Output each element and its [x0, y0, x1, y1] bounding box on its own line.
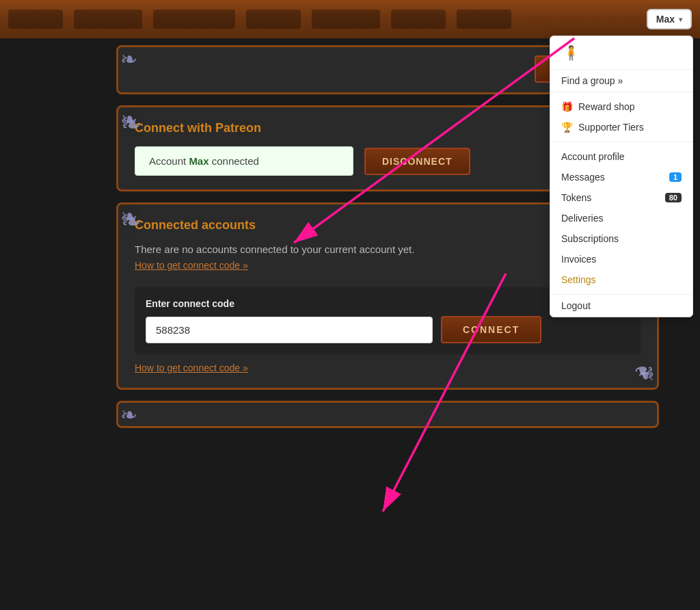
supporter-tiers-left: 🏆 Supporter Tiers	[561, 122, 644, 133]
trophy-icon: 🏆	[561, 122, 573, 133]
account-suffix: connected	[209, 155, 259, 167]
how-to-link-top[interactable]: How to get connect code »	[135, 260, 248, 271]
reward-shop-left: 🎁 Reward shop	[561, 101, 635, 112]
avatar-icon: 🧍	[561, 43, 580, 62]
nav-links	[8, 10, 647, 29]
nav-item-3[interactable]	[153, 10, 235, 29]
account-connected-box: Account Max connected	[135, 146, 353, 176]
nav-item-7[interactable]	[457, 10, 511, 29]
dropdown-subscriptions[interactable]: Subscriptions	[550, 228, 692, 249]
dropdown-messages[interactable]: Messages 1	[550, 167, 692, 187]
user-dropdown-menu: 🧍 Find a group » 🎁 Reward shop 🏆 Support…	[550, 36, 693, 317]
dropdown-account-profile[interactable]: Account profile	[550, 146, 692, 167]
dropdown-tokens[interactable]: Tokens 80	[550, 187, 692, 208]
connect-button[interactable]: CONNECT	[441, 316, 541, 343]
dropdown-invoices[interactable]: Invoices	[550, 249, 692, 269]
dropdown-header: 🧍	[550, 36, 692, 70]
patreon-disconnect-button[interactable]: DISCONNECT	[364, 148, 470, 175]
nav-item-6[interactable]	[391, 10, 446, 29]
account-name: Max	[189, 155, 208, 167]
dropdown-supporter-tiers[interactable]: 🏆 Supporter Tiers	[550, 117, 692, 137]
bottom-partial-panel: ❧	[116, 401, 659, 428]
navbar: Max ▾	[0, 0, 700, 38]
nav-item-5[interactable]	[312, 10, 380, 29]
dropdown-deliveries[interactable]: Deliveries	[550, 208, 692, 228]
patreon-corner-tl: ❧	[120, 109, 137, 130]
nav-item-2[interactable]	[74, 10, 142, 29]
chevron-down-icon: ▾	[679, 16, 682, 23]
user-name-label: Max	[656, 14, 675, 25]
dropdown-find-group[interactable]: Find a group »	[550, 70, 692, 92]
account-prefix: Account	[149, 155, 189, 167]
connected-corner-br: ❧	[638, 365, 655, 386]
dropdown-reward-shop[interactable]: 🎁 Reward shop	[550, 96, 692, 117]
tokens-badge: 80	[665, 193, 682, 202]
user-menu-button[interactable]: Max ▾	[647, 9, 692, 29]
nav-item-4[interactable]	[246, 10, 301, 29]
dropdown-logout[interactable]: Logout	[550, 295, 692, 317]
connect-code-row: CONNECT	[146, 316, 630, 343]
dropdown-section-account: Account profile Messages 1 Tokens 80 Del…	[550, 142, 692, 295]
nav-item-1[interactable]	[8, 10, 63, 29]
bottom-corner-tl: ❧	[120, 405, 137, 425]
dropdown-settings[interactable]: Settings	[550, 269, 692, 290]
dropdown-section-shop: 🎁 Reward shop 🏆 Supporter Tiers	[550, 92, 692, 142]
corner-decor-tl: ❧	[120, 49, 137, 70]
messages-badge: 1	[669, 172, 682, 182]
gift-icon: 🎁	[561, 101, 573, 112]
connected-corner-tl: ❧	[120, 207, 137, 227]
how-to-link-bottom[interactable]: How to get connect code »	[135, 362, 248, 373]
connect-code-input[interactable]	[146, 317, 433, 343]
